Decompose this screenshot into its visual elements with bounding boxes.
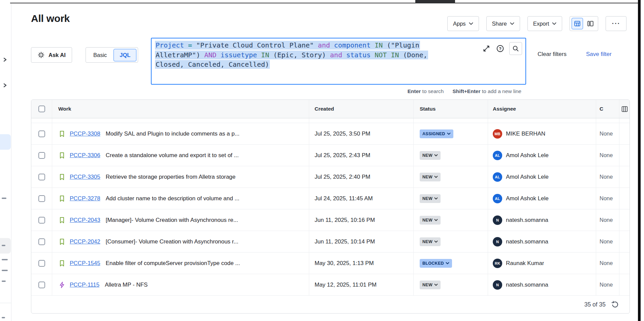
column-header-created[interactable]: Created [309, 100, 414, 118]
refresh-button[interactable] [611, 300, 619, 309]
epic-icon-wrap [58, 281, 66, 289]
assignee-cell: MBMIKE BERHAN [488, 123, 596, 144]
avatar-initials: AL [495, 153, 500, 157]
table-row[interactable]: PCCP-3278Add cluster name to the descrip… [31, 188, 630, 209]
jql-token: (Done, [403, 51, 427, 59]
assignee-cell: ALAmol Ashok Lele [488, 166, 596, 187]
issue-key-link[interactable]: PCCP-1115 [70, 282, 99, 288]
issue-key-link[interactable]: PCCP-3308 [70, 130, 100, 137]
status-label: NEW [422, 196, 432, 201]
ask-ai-button[interactable]: Ask AI [31, 47, 72, 63]
status-dropdown[interactable]: BLOCKED [420, 259, 452, 268]
story-icon-wrap [58, 173, 66, 181]
table-row[interactable]: PCCP-2042[Consumer]- Volume Creation wit… [31, 231, 630, 253]
assignee-name: Amol Ashok Lele [506, 195, 549, 202]
table-row[interactable]: PCCP-2043[Manager]- Volume Creation with… [31, 209, 630, 231]
clear-filters-button[interactable]: Clear filters [538, 51, 567, 58]
partially-scrolled-row [31, 118, 630, 123]
columns-config-icon[interactable] [621, 105, 629, 113]
more-actions-button[interactable]: ··· [606, 16, 626, 31]
checkbox-cell [31, 274, 52, 295]
issue-key-link[interactable]: PCCP-1545 [70, 260, 100, 267]
assignee-name: natesh.somanna [506, 282, 548, 288]
column-header-status[interactable]: Status [414, 100, 488, 118]
select-all-checkbox[interactable] [38, 106, 45, 112]
sidebar-item-fragment [2, 270, 8, 271]
sidebar-item-fragment [2, 317, 5, 318]
work-cell: PCCP-2042[Consumer]- Volume Creation wit… [52, 231, 309, 252]
c-column-value: None [600, 195, 613, 202]
run-search-button[interactable] [509, 42, 522, 55]
share-button-label: Share [492, 21, 507, 27]
c-column-cell: None [596, 231, 619, 252]
expand-editor-button[interactable] [482, 44, 491, 53]
column-header-label: C [600, 106, 603, 112]
issue-key-link[interactable]: PCCP-2042 [70, 238, 100, 245]
column-header-work[interactable]: Work [52, 100, 309, 118]
row-checkbox[interactable] [38, 238, 45, 245]
table-row[interactable]: PCCP-3306Create a standalone volume and … [31, 145, 630, 166]
work-cell: PCCP-1115Alletra MP - NFS [52, 274, 309, 295]
issue-summary: Alletra MP - NFS [105, 282, 148, 288]
assignee-cell: Nnatesh.somanna [488, 209, 596, 231]
row-checkbox[interactable] [38, 130, 45, 137]
detail-view-toggle[interactable] [585, 18, 596, 29]
story-icon-wrap [58, 130, 66, 138]
export-button[interactable]: Export [527, 16, 562, 31]
table-row[interactable]: PCCP-3305Retrieve the storage properties… [31, 166, 630, 188]
table-row[interactable]: PCCP-1115Alletra MP - NFSMay 12, 2025, 1… [31, 274, 630, 296]
status-dropdown[interactable]: NEW [420, 173, 441, 181]
jql-editor[interactable]: Project = "Private Cloud Control Plane" … [151, 38, 526, 85]
status-dropdown[interactable]: NEW [420, 151, 441, 160]
row-count: 35 of 35 [584, 301, 606, 308]
column-header-c-truncated[interactable]: C [596, 100, 619, 118]
avatar-initials: N [496, 240, 499, 244]
status-dropdown[interactable]: NEW [420, 216, 441, 225]
apps-button[interactable]: Apps [447, 16, 479, 31]
chevron-right-icon[interactable] [3, 83, 7, 88]
table-row[interactable]: PCCP-3308Modify SAL and Plugin to includ… [31, 123, 630, 145]
avatar: N [493, 237, 502, 246]
basic-mode-button[interactable]: Basic [87, 52, 113, 58]
issue-key-link[interactable]: PCCP-3278 [70, 195, 100, 202]
issue-key-link[interactable]: PCCP-2043 [70, 217, 100, 224]
share-button[interactable]: Share [486, 16, 520, 31]
row-checkbox[interactable] [38, 282, 45, 288]
save-filter-link[interactable]: Save filter [586, 51, 612, 58]
issue-summary: Add cluster name to the description of v… [106, 195, 239, 202]
status-dropdown[interactable]: ASSIGNED [420, 129, 453, 138]
row-checkbox[interactable] [38, 174, 45, 180]
status-dropdown[interactable]: NEW [420, 194, 441, 203]
table-footer: 35 of 35 [31, 296, 630, 313]
story-icon-wrap [58, 216, 66, 224]
table-view-toggle[interactable] [572, 18, 583, 29]
story-icon [58, 152, 66, 159]
column-header-assignee[interactable]: Assignee [488, 100, 596, 118]
row-checkbox[interactable] [38, 195, 45, 202]
story-icon [58, 216, 66, 224]
syntax-help-button[interactable]: ? [495, 44, 505, 53]
jql-mode-button[interactable]: JQL [114, 49, 136, 61]
row-checkbox[interactable] [38, 217, 45, 224]
status-dropdown[interactable]: NEW [420, 237, 441, 246]
sidebar-item-selected[interactable] [0, 134, 11, 150]
table-row[interactable]: PCCP-1545Enable filter of computeServer … [31, 253, 630, 274]
assignee-name: natesh.somanna [506, 238, 548, 245]
issue-key-link[interactable]: PCCP-3306 [70, 152, 100, 159]
c-column-value: None [600, 152, 613, 158]
chevron-right-icon[interactable] [3, 57, 7, 62]
issue-key-link[interactable]: PCCP-3305 [70, 174, 100, 180]
status-cell: NEW [414, 274, 488, 295]
status-dropdown[interactable]: NEW [420, 281, 441, 289]
row-checkbox[interactable] [38, 260, 45, 267]
status-cell: NEW [414, 166, 488, 187]
story-icon [58, 130, 66, 138]
status-label: NEW [422, 175, 432, 179]
sidebar-divider [0, 303, 11, 303]
chevron-down-icon [510, 22, 514, 25]
c-column-value: None [600, 260, 613, 266]
row-checkbox[interactable] [38, 152, 45, 159]
issue-summary: [Manager]- Volume Creation with Asynchro… [106, 217, 238, 224]
c-column-value: None [600, 282, 613, 288]
shift-enter-key-label: Shift+Enter [452, 88, 480, 94]
